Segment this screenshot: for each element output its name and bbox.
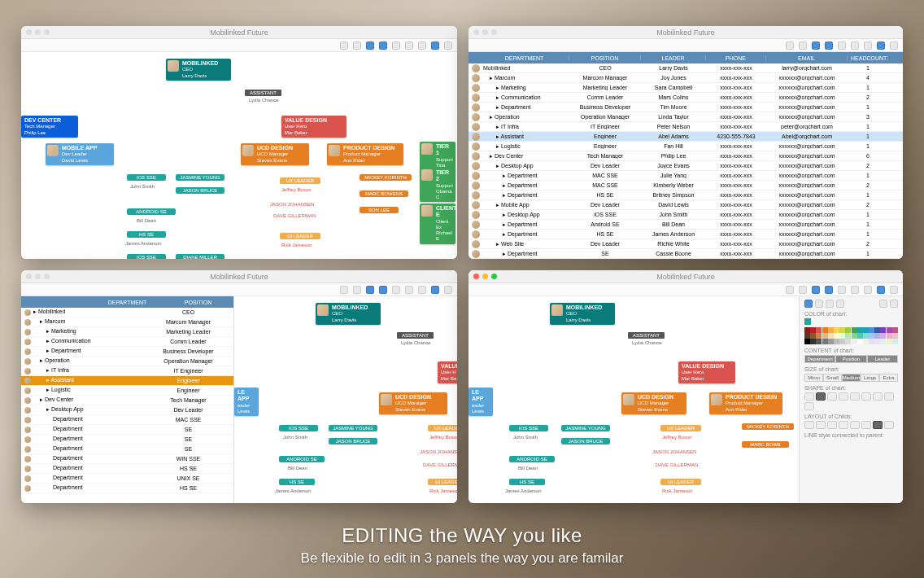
table-row[interactable]: ▸ Communication Comm Leader Mars Colins …: [469, 93, 903, 103]
table-row[interactable]: ▸ IT Infra IT Engineer Peter Nelson xxxx…: [469, 122, 903, 132]
color-swatch[interactable]: [869, 339, 874, 344]
color-swatch[interactable]: [810, 339, 816, 344]
mini-ios[interactable]: IOS SSE: [127, 174, 166, 181]
tree-row[interactable]: ▸ Dev CenterTech Manager: [21, 396, 233, 405]
color-swatch[interactable]: [869, 333, 874, 339]
panel-tab-4[interactable]: [836, 300, 844, 308]
color-swatch[interactable]: [810, 333, 816, 339]
layout-2-button[interactable]: [405, 42, 413, 50]
color-swatch[interactable]: [880, 327, 886, 333]
tree-row[interactable]: DepartmentSE: [21, 435, 233, 444]
tree-row[interactable]: DepartmentMAC SSE: [21, 415, 233, 425]
panel-tab-3[interactable]: [826, 300, 834, 308]
col-lead[interactable]: LEADER: [641, 55, 706, 61]
color-swatch[interactable]: [834, 327, 839, 333]
color-swatch[interactable]: [892, 327, 898, 333]
table-row[interactable]: ▸ Assistant Engineer Abel Adams 4230-555…: [469, 132, 903, 142]
mini-jasmine[interactable]: JASMINE YOUNG: [176, 174, 224, 181]
mini-android[interactable]: ANDROID SE: [127, 208, 176, 215]
color-swatch[interactable]: [822, 339, 828, 344]
mini-jason[interactable]: JASON BRUCE: [176, 187, 224, 194]
shape-picker[interactable]: [804, 392, 898, 410]
node-tier2[interactable]: TIER 2Support Obama C: [420, 168, 455, 202]
color-swatch[interactable]: [845, 327, 851, 333]
color-swatch[interactable]: [874, 327, 880, 333]
color-swatch[interactable]: [804, 339, 810, 344]
table-row[interactable]: ▸ Marcom Marcom Manager Joy Jones xxxx-x…: [469, 73, 903, 83]
undo-button[interactable]: [786, 286, 794, 294]
node-assistant-label[interactable]: ASSISTANT: [245, 90, 281, 96]
color-swatch[interactable]: [810, 327, 816, 333]
table-row[interactable]: ▸ Web Site Dev Leader Richie White xxxx-…: [469, 239, 903, 249]
download-button[interactable]: [825, 42, 833, 50]
color-swatch[interactable]: [839, 333, 845, 339]
layout-1-button[interactable]: [392, 286, 400, 294]
color-swatch[interactable]: [816, 339, 822, 344]
orgchart-canvas[interactable]: MOBILINKEDCEOLarry Davis ASSISTANT Lydia…: [234, 296, 457, 503]
flag-button[interactable]: [431, 286, 439, 294]
node-valuedesign[interactable]: VALUE DESIGNUser HeroMar Baker: [281, 116, 346, 138]
lock-button[interactable]: [366, 286, 374, 294]
download-button[interactable]: [379, 286, 387, 294]
flag-button[interactable]: [431, 42, 439, 50]
color-swatch[interactable]: [887, 327, 892, 333]
col-dept[interactable]: DEPARTMENT: [480, 55, 569, 61]
layout-1-button[interactable]: [392, 42, 400, 50]
download-button[interactable]: [825, 286, 833, 294]
node-assistant-label[interactable]: ASSISTANT: [397, 332, 434, 339]
panel-tab-1[interactable]: [804, 300, 813, 308]
panel-tab-2[interactable]: [815, 300, 823, 308]
color-swatch[interactable]: [880, 333, 886, 339]
table-row[interactable]: ▸ Department Business Developer Tim Moor…: [469, 103, 903, 112]
color-swatch[interactable]: [828, 327, 834, 333]
content-segment[interactable]: Department Position Leader: [804, 355, 898, 363]
layout-picker[interactable]: [804, 421, 898, 429]
table-row[interactable]: ▸ Desktop App Dev Leader Joyce Evans xxx…: [469, 161, 903, 171]
color-swatch[interactable]: [887, 333, 892, 339]
color-swatch[interactable]: [834, 339, 839, 344]
table-row[interactable]: ▸ Dev Center Tech Manager Philip Lee xxx…: [469, 151, 903, 161]
node-product[interactable]: PRODUCT DESIGNProduct ManagerAnn Rider: [327, 143, 403, 165]
layout-3-button[interactable]: [418, 42, 426, 50]
node-root[interactable]: MOBILINKEDCEOLarry Davis: [550, 303, 615, 325]
color-swatch[interactable]: [845, 333, 851, 339]
color-swatch[interactable]: [852, 327, 857, 333]
color-swatch[interactable]: [857, 339, 863, 344]
layout-1-button[interactable]: [838, 286, 846, 294]
color-swatch[interactable]: [880, 339, 886, 344]
redo-button[interactable]: [799, 286, 807, 294]
color-swatch[interactable]: [863, 333, 869, 339]
table-row[interactable]: ▸ Department MAC SSE Kimberly Weber xxxx…: [469, 181, 903, 190]
layout-1-button[interactable]: [838, 42, 846, 50]
color-swatch[interactable]: [863, 327, 869, 333]
table-row[interactable]: ▸ Marketing Marketing Leader Sara Campbe…: [469, 83, 903, 93]
tree-row[interactable]: ▸ OperationOperation Manager: [21, 357, 233, 366]
color-swatch[interactable]: [874, 339, 880, 344]
color-swatch[interactable]: [852, 339, 857, 344]
color-swatch[interactable]: [828, 333, 834, 339]
panel-settings-icon[interactable]: [879, 300, 887, 308]
color-swatch[interactable]: [852, 333, 857, 339]
size-segment[interactable]: Micro Small Medium Large Extra: [804, 374, 898, 382]
col-hc[interactable]: HEADCOUNT: [848, 55, 888, 61]
mini-marc[interactable]: MARC BOWENS: [360, 190, 408, 197]
table-row[interactable]: ▸ Logistic Engineer Fan Hill xxxx-xxx-xx…: [469, 142, 903, 151]
mini-diane[interactable]: DIANE MILLER: [176, 254, 224, 259]
node-product[interactable]: PRODUCT DESIGNProduct ManagerAnn Rider: [709, 392, 782, 414]
node-mobileapp[interactable]: MOBILE APPDev LeaderDavid Lewis: [46, 143, 114, 165]
more-button[interactable]: [444, 42, 452, 50]
layout-3-button[interactable]: [418, 286, 426, 294]
panel-close-icon[interactable]: [890, 300, 898, 308]
titlebar[interactable]: Mobilinked Future: [21, 26, 457, 39]
node-valuedesign[interactable]: VALUE DESIGNUser HeroMar Baker: [678, 361, 735, 383]
layout-2-button[interactable]: [405, 286, 413, 294]
color-swatch[interactable]: [887, 339, 892, 344]
color-swatch[interactable]: [845, 339, 851, 344]
undo-button[interactable]: [786, 42, 794, 50]
titlebar[interactable]: Mobilinked Future: [469, 26, 903, 39]
color-swatch[interactable]: [828, 339, 834, 344]
node-ucd[interactable]: UCD DESIGNUCD ManagerSteven Evans: [241, 143, 309, 165]
lock-button[interactable]: [366, 42, 374, 50]
tree-row[interactable]: DepartmentSE: [21, 425, 233, 435]
table-row[interactable]: ▸ Desktop App iOS SSE John Smith xxxx-xx…: [469, 210, 903, 220]
